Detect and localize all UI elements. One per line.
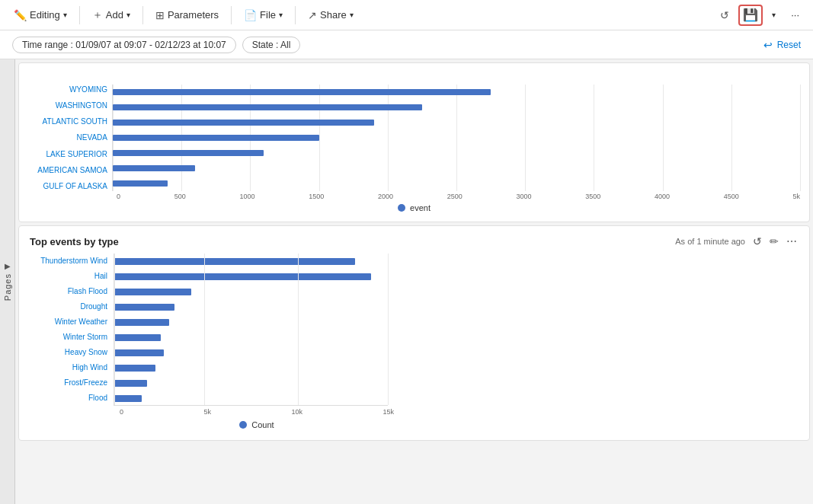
bottom-bar-row bbox=[114, 391, 388, 406]
top-bar bbox=[113, 135, 319, 141]
bottom-x-axis: 05k10k15k bbox=[120, 406, 394, 416]
top-y-label: WYOMING bbox=[69, 85, 107, 94]
top-chart: WYOMINGWASHINGTONATLANTIC SOUTHNEVADALAK… bbox=[19, 63, 809, 222]
parameters-icon: ⊞ bbox=[155, 9, 165, 21]
bottom-chart-card: Top events by type As of 1 minute ago ↺ … bbox=[18, 225, 810, 441]
bottom-bar-row bbox=[114, 330, 388, 345]
top-legend-dot bbox=[398, 204, 405, 212]
grid-line bbox=[388, 254, 389, 405]
top-x-tick: 4000 bbox=[655, 193, 670, 200]
top-x-axis: 0500100015002000250030003500400045005k bbox=[117, 191, 800, 200]
refresh-icon: ↺ bbox=[720, 9, 729, 21]
bottom-legend-dot bbox=[239, 421, 247, 429]
top-x-tick: 500 bbox=[174, 193, 186, 200]
content-area: WYOMINGWASHINGTONATLANTIC SOUTHNEVADALAK… bbox=[15, 59, 813, 504]
bottom-bar-row bbox=[114, 345, 388, 360]
save-icon: 💾 bbox=[743, 8, 758, 22]
bottom-bar bbox=[114, 395, 142, 402]
top-x-tick: 0 bbox=[117, 193, 120, 200]
bottom-bar bbox=[114, 334, 161, 341]
top-chart-plot bbox=[112, 85, 800, 191]
chevron-down-icon2: ▾ bbox=[279, 11, 283, 19]
grid-line bbox=[114, 254, 115, 405]
separator3 bbox=[231, 6, 232, 24]
bottom-bar-row bbox=[114, 314, 388, 330]
grid-line bbox=[800, 85, 801, 191]
refresh-chart-button[interactable]: ↺ bbox=[751, 234, 763, 249]
share-button[interactable]: ↗ Share ▾ bbox=[302, 6, 360, 24]
time-range-filter[interactable]: Time range : 01/09/07 at 09:07 - 02/12/2… bbox=[12, 37, 236, 53]
grid-line bbox=[204, 254, 205, 405]
top-x-tick: 3500 bbox=[585, 193, 600, 200]
top-y-label: LAKE SUPERIOR bbox=[46, 149, 107, 159]
bottom-y-label: Thunderstorm Wind bbox=[40, 254, 107, 269]
bottom-y-label: Winter Weather bbox=[55, 314, 107, 330]
separator bbox=[79, 6, 80, 24]
top-bar bbox=[113, 180, 168, 187]
parameters-button[interactable]: ⊞ Parameters bbox=[149, 6, 225, 24]
top-y-labels: WYOMINGWASHINGTONATLANTIC SOUTHNEVADALAK… bbox=[28, 85, 112, 191]
bottom-x-tick: 0 bbox=[120, 408, 123, 416]
bottom-bar bbox=[114, 349, 164, 356]
chevron-down-icon3: ▾ bbox=[350, 11, 354, 19]
bottom-y-labels: Thunderstorm WindHailFlash FloodDroughtW… bbox=[30, 254, 114, 406]
bottom-y-label: High Wind bbox=[72, 360, 107, 375]
filter-bar: Time range : 01/09/07 at 09:07 - 02/12/2… bbox=[0, 30, 813, 59]
undo-icon: ↩ bbox=[763, 39, 773, 51]
state-label: State : All bbox=[252, 40, 291, 50]
top-bar-row bbox=[113, 161, 800, 176]
bottom-x-tick: 5k bbox=[203, 408, 211, 416]
pages-label: Pages bbox=[3, 273, 12, 301]
bottom-bar bbox=[114, 365, 155, 372]
bottom-bar bbox=[114, 380, 147, 387]
main-area: ▶ Pages WYOMINGWASHINGTONATLANTIC SOUTHN… bbox=[0, 59, 813, 504]
top-bar-row bbox=[113, 85, 800, 100]
more-icon: ··· bbox=[791, 9, 799, 21]
top-y-label: NEVADA bbox=[77, 132, 107, 142]
file-icon: 📄 bbox=[244, 9, 257, 21]
pages-sidebar[interactable]: ▶ Pages bbox=[0, 59, 15, 504]
bottom-bar bbox=[114, 273, 371, 280]
pages-arrow-icon: ▶ bbox=[5, 262, 11, 270]
top-bar-row bbox=[113, 145, 800, 161]
top-x-tick: 2500 bbox=[447, 193, 463, 200]
bottom-chart-title: Top events by type bbox=[30, 236, 119, 247]
bottom-bar bbox=[114, 258, 355, 265]
more-button[interactable]: ··· bbox=[785, 6, 805, 24]
bottom-bar-row bbox=[114, 269, 388, 284]
bottom-x-tick: 10k bbox=[291, 408, 302, 416]
bottom-bar-row bbox=[114, 299, 388, 314]
reset-label[interactable]: Reset bbox=[777, 40, 801, 50]
edit-icon: ✏️ bbox=[14, 9, 27, 21]
save-button[interactable]: 💾 bbox=[738, 5, 763, 26]
top-y-label: WASHINGTON bbox=[56, 100, 107, 110]
state-filter[interactable]: State : All bbox=[242, 37, 301, 53]
separator2 bbox=[142, 6, 143, 24]
top-bar bbox=[113, 150, 264, 156]
more-chart-button[interactable]: ⋯ bbox=[785, 234, 799, 249]
chevron-down-icon4: ▾ bbox=[772, 11, 776, 19]
chart-actions: ↺ ✏ ⋯ bbox=[751, 234, 799, 249]
file-button[interactable]: 📄 File ▾ bbox=[238, 6, 289, 24]
top-bar bbox=[113, 120, 374, 126]
share-icon: ↗ bbox=[308, 9, 317, 21]
bottom-bar-row bbox=[114, 284, 388, 299]
bottom-bar bbox=[114, 289, 191, 295]
chevron-down-icon: ▾ bbox=[126, 11, 130, 19]
parameters-label: Parameters bbox=[168, 9, 219, 21]
top-legend: event bbox=[28, 203, 800, 212]
top-legend-label: event bbox=[410, 203, 431, 212]
add-button[interactable]: ＋ Add ▾ bbox=[86, 5, 136, 25]
top-x-tick: 1000 bbox=[239, 193, 254, 200]
toolbar-right: ↺ 💾 ▾ ··· bbox=[714, 5, 805, 26]
top-x-tick: 3000 bbox=[516, 193, 531, 200]
share-label: Share bbox=[320, 9, 347, 21]
refresh-button[interactable]: ↺ bbox=[714, 6, 735, 24]
bottom-bar bbox=[114, 304, 174, 311]
chevron-down-button[interactable]: ▾ bbox=[766, 8, 782, 22]
reset-area: ↩ Reset bbox=[763, 39, 801, 51]
edit-chart-button[interactable]: ✏ bbox=[768, 234, 780, 249]
top-y-label: AMERICAN SAMOA bbox=[37, 165, 107, 175]
grid-line bbox=[298, 254, 299, 405]
editing-button[interactable]: ✏️ Editing ▾ bbox=[8, 6, 73, 24]
